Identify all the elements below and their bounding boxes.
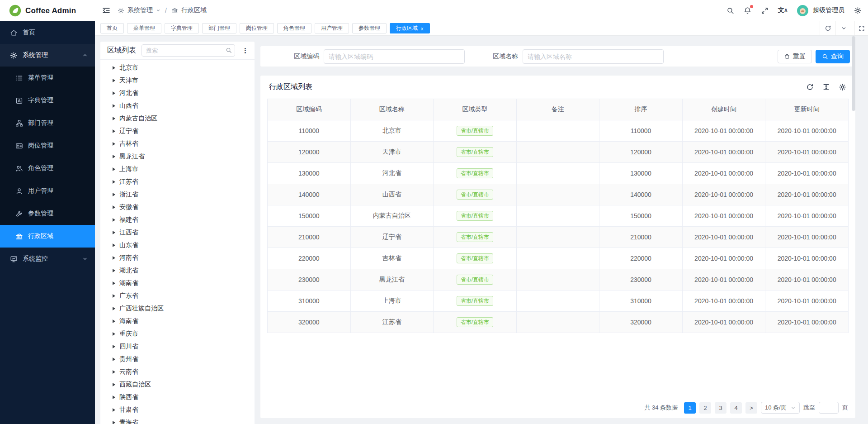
tree-item[interactable]: 重庆市 (100, 328, 255, 340)
caret-right-icon[interactable] (113, 117, 115, 120)
bell-icon[interactable] (744, 7, 751, 14)
tree-item[interactable]: 广西壮族自治区 (100, 302, 255, 315)
caret-right-icon[interactable] (113, 345, 115, 348)
caret-right-icon[interactable] (113, 319, 115, 323)
table-row[interactable]: 230000 黑龙江省 省市/直辖市 230000 2020-10-01 00:… (268, 269, 849, 291)
close-icon[interactable]: x (421, 26, 424, 31)
maximize-icon[interactable] (854, 21, 868, 35)
tab[interactable]: 字典管理 (165, 23, 199, 33)
caret-right-icon[interactable] (113, 408, 115, 412)
caret-right-icon[interactable] (113, 205, 115, 209)
sidebar-item-monitor[interactable]: 系统监控 (0, 248, 95, 270)
tree-search-input[interactable] (142, 44, 235, 57)
sidebar-item-post-mgmt[interactable]: 岗位管理 (0, 134, 95, 157)
scrollbar-thumb[interactable] (852, 36, 855, 111)
caret-right-icon[interactable] (113, 332, 115, 336)
sidebar-item-param-mgmt[interactable]: 参数管理 (0, 202, 95, 225)
caret-right-icon[interactable] (113, 231, 115, 234)
page-button[interactable]: 2 (699, 402, 711, 414)
avatar[interactable] (797, 5, 808, 16)
tree-item[interactable]: 江苏省 (100, 176, 255, 188)
tab[interactable]: 部门管理 (202, 23, 236, 33)
tree-item[interactable]: 内蒙古自治区 (100, 112, 255, 125)
tree-item[interactable]: 福建省 (100, 214, 255, 226)
caret-right-icon[interactable] (113, 167, 115, 171)
tree-item[interactable]: 河北省 (100, 87, 255, 100)
caret-right-icon[interactable] (113, 218, 115, 222)
tree-item[interactable]: 上海市 (100, 163, 255, 176)
caret-right-icon[interactable] (113, 294, 115, 298)
sidebar-item-dict-mgmt[interactable]: 字典管理 (0, 89, 95, 112)
query-button[interactable]: 查询 (816, 50, 850, 63)
tree-item[interactable]: 天津市 (100, 74, 255, 87)
gear-icon[interactable] (854, 7, 862, 14)
chevron-down-icon[interactable] (156, 8, 160, 13)
caret-right-icon[interactable] (113, 256, 115, 260)
sidebar-item-role-mgmt[interactable]: 角色管理 (0, 157, 95, 180)
tab[interactable]: 用户管理 (315, 23, 349, 33)
caret-right-icon[interactable] (113, 395, 115, 399)
caret-right-icon[interactable] (113, 243, 115, 247)
caret-right-icon[interactable] (113, 307, 115, 310)
table-row[interactable]: 320000 江苏省 省市/直辖市 320000 2020-10-01 00:0… (268, 312, 849, 333)
sidebar-item-dept-mgmt[interactable]: 部门管理 (0, 112, 95, 134)
refresh-icon[interactable] (820, 21, 835, 35)
caret-right-icon[interactable] (113, 129, 115, 133)
region-name-input[interactable] (523, 49, 664, 64)
page-button[interactable]: 4 (730, 402, 742, 414)
tree-item[interactable]: 北京市 (100, 62, 255, 74)
sidebar-item-home[interactable]: 首页 (0, 21, 95, 44)
table-row[interactable]: 110000 北京市 省市/直辖市 110000 2020-10-01 00:0… (268, 120, 849, 142)
tree-item[interactable]: 河南省 (100, 252, 255, 264)
tree-item[interactable]: 四川省 (100, 340, 255, 353)
page-button-active[interactable]: 1 (684, 402, 696, 414)
tree-item[interactable]: 江西省 (100, 226, 255, 239)
caret-right-icon[interactable] (113, 357, 115, 361)
search-icon[interactable] (226, 47, 232, 53)
tree-item[interactable]: 辽宁省 (100, 125, 255, 138)
tree-item[interactable]: 安徽省 (100, 201, 255, 214)
fullscreen-icon[interactable] (761, 7, 769, 14)
tree-item[interactable]: 浙江省 (100, 188, 255, 201)
caret-right-icon[interactable] (113, 421, 115, 424)
caret-right-icon[interactable] (113, 104, 115, 108)
tree-item[interactable]: 甘肃省 (100, 404, 255, 416)
tree-item[interactable]: 青海省 (100, 416, 255, 424)
reset-button[interactable]: 重置 (778, 50, 812, 63)
tree-item[interactable]: 湖南省 (100, 277, 255, 290)
row-height-icon[interactable] (822, 83, 830, 91)
tree-item[interactable]: 黑龙江省 (100, 150, 255, 163)
page-button[interactable]: 3 (715, 402, 726, 414)
table-row[interactable]: 130000 河北省 省市/直辖市 130000 2020-10-01 00:0… (268, 163, 849, 184)
more-options-icon[interactable]: ⋮ (241, 47, 250, 55)
tab-active-region[interactable]: 行政区域 x (390, 23, 430, 33)
tree-item[interactable]: 山东省 (100, 239, 255, 252)
table-row[interactable]: 210000 辽宁省 省市/直辖市 210000 2020-10-01 00:0… (268, 227, 849, 248)
table-row[interactable]: 120000 天津市 省市/直辖市 120000 2020-10-01 00:0… (268, 142, 849, 163)
jump-page-input[interactable] (819, 402, 839, 414)
tree-item[interactable]: 西藏自治区 (100, 378, 255, 391)
caret-right-icon[interactable] (113, 180, 115, 184)
user-name[interactable]: 超级管理员 (813, 6, 844, 14)
tab[interactable]: 首页 (100, 23, 124, 33)
tab[interactable]: 岗位管理 (240, 23, 274, 33)
tab[interactable]: 菜单管理 (127, 23, 161, 33)
caret-right-icon[interactable] (113, 383, 115, 386)
table-row[interactable]: 310000 上海市 省市/直辖市 310000 2020-10-01 00:0… (268, 291, 849, 312)
tree-item[interactable]: 吉林省 (100, 138, 255, 150)
tab[interactable]: 角色管理 (277, 23, 311, 33)
search-icon[interactable] (726, 7, 734, 14)
caret-right-icon[interactable] (113, 370, 115, 374)
tree-item[interactable]: 湖北省 (100, 264, 255, 277)
caret-right-icon[interactable] (113, 269, 115, 272)
caret-right-icon[interactable] (113, 193, 115, 196)
table-row[interactable]: 140000 山西省 省市/直辖市 140000 2020-10-01 00:0… (268, 184, 849, 205)
translate-icon[interactable]: 文A (778, 6, 788, 14)
menu-fold-icon[interactable] (102, 7, 110, 14)
caret-right-icon[interactable] (113, 281, 115, 285)
breadcrumb-section[interactable]: 系统管理 (127, 6, 153, 14)
page-size-select[interactable]: 10 条/页 (761, 402, 800, 414)
tree-item[interactable]: 海南省 (100, 315, 255, 328)
refresh-icon[interactable] (806, 83, 814, 91)
caret-right-icon[interactable] (113, 66, 115, 70)
